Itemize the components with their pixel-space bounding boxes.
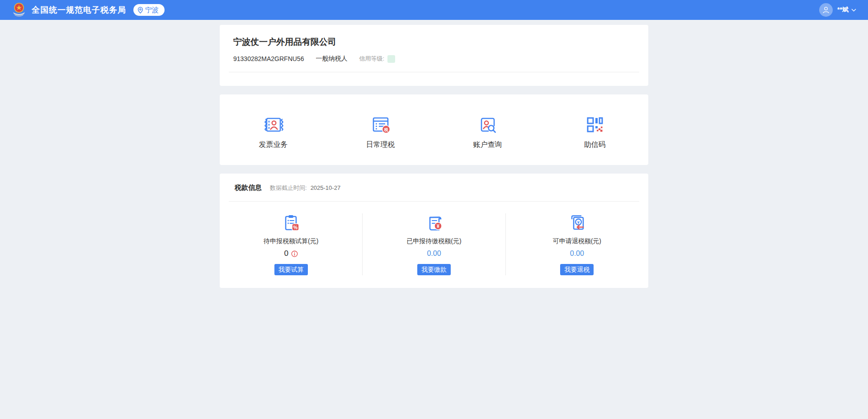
trial-calculate-button[interactable]: 我要试算 bbox=[274, 264, 308, 275]
taxpayer-type: 一般纳税人 bbox=[316, 55, 347, 63]
info-icon[interactable] bbox=[291, 250, 298, 257]
refund-button[interactable]: 我要退税 bbox=[560, 264, 594, 275]
credit-rating-badge bbox=[387, 55, 395, 63]
user-name: **斌 bbox=[837, 6, 849, 14]
tax-info-title: 税款信息 bbox=[235, 184, 262, 192]
user-menu[interactable]: **斌 bbox=[819, 3, 856, 17]
svg-text:税: 税 bbox=[383, 127, 388, 132]
tax-card-value: 0.00 bbox=[570, 250, 584, 258]
svg-text:¥: ¥ bbox=[577, 220, 580, 225]
chevron-down-icon bbox=[851, 9, 856, 12]
service-label: 助信码 bbox=[584, 140, 606, 150]
account-search-icon bbox=[477, 114, 498, 135]
service-label: 账户查询 bbox=[473, 140, 502, 150]
company-tax-id: 91330282MA2GRFNU56 bbox=[233, 55, 304, 62]
qr-code-icon bbox=[585, 114, 605, 135]
map-pin-icon bbox=[137, 7, 143, 14]
service-label: 日常理税 bbox=[366, 140, 395, 150]
credit-rating-label: 信用等级: bbox=[359, 55, 384, 63]
tax-card-label: 可申请退税额(元) bbox=[553, 237, 601, 245]
service-assist-code[interactable]: 助信码 bbox=[541, 114, 648, 150]
invoice-ticket-icon bbox=[263, 114, 284, 135]
tax-card-label: 待申报税额试算(元) bbox=[264, 237, 318, 245]
quick-services-card: 发票业务 税 日常理税 bbox=[220, 94, 648, 165]
tax-card-label: 已申报待缴税额(元) bbox=[406, 237, 461, 245]
pay-tax-button[interactable]: 我要缴款 bbox=[417, 264, 451, 275]
person-icon bbox=[822, 6, 830, 14]
tax-bureau-emblem-icon bbox=[12, 2, 26, 18]
service-account-inquiry[interactable]: 账户查询 bbox=[434, 114, 541, 150]
top-header: 全国统一规范电子税务局 宁波 **斌 bbox=[0, 0, 868, 20]
service-invoice-business[interactable]: 发票业务 bbox=[220, 114, 327, 150]
company-info-card: 宁波仗一户外用品有限公司 91330282MA2GRFNU56 一般纳税人 信用… bbox=[220, 25, 648, 86]
tax-card-value: 0 bbox=[284, 249, 288, 258]
service-label: 发票业务 bbox=[259, 140, 288, 150]
location-label: 宁波 bbox=[145, 6, 159, 14]
location-selector[interactable]: 宁波 bbox=[133, 4, 165, 16]
svg-text:%: % bbox=[293, 225, 297, 230]
svg-text:¥: ¥ bbox=[437, 223, 439, 229]
main-content: 宁波仗一户外用品有限公司 91330282MA2GRFNU56 一般纳税人 信用… bbox=[220, 20, 648, 288]
app-title: 全国统一规范电子税务局 bbox=[32, 5, 126, 15]
tax-card-pending-declaration: % 待申报税额试算(元) 0 我要试算 bbox=[220, 213, 362, 275]
tax-info-card: 税款信息 数据截止时间: 2025-10-27 % bbox=[220, 174, 648, 288]
avatar bbox=[819, 3, 833, 17]
receipt-yuan-icon: ¥ bbox=[425, 213, 443, 232]
service-daily-tax[interactable]: 税 日常理税 bbox=[327, 114, 434, 150]
company-name: 宁波仗一户外用品有限公司 bbox=[233, 36, 635, 48]
tax-card-value: 0.00 bbox=[427, 250, 441, 258]
tax-card-declared-payable: ¥ 已申报待缴税额(元) 0.00 我要缴款 bbox=[362, 213, 505, 275]
data-cutoff-date: 2025-10-27 bbox=[311, 184, 341, 191]
clipboard-percent-icon: % bbox=[282, 213, 301, 232]
data-cutoff-label: 数据截止时间: bbox=[270, 184, 307, 192]
tax-card-refundable: ¥ 可申请退税额(元) 0.00 我要退税 bbox=[505, 213, 648, 275]
daily-tax-icon: 税 bbox=[370, 114, 391, 135]
company-card-divider bbox=[229, 72, 639, 72]
refund-yuan-icon: ¥ bbox=[567, 213, 586, 232]
